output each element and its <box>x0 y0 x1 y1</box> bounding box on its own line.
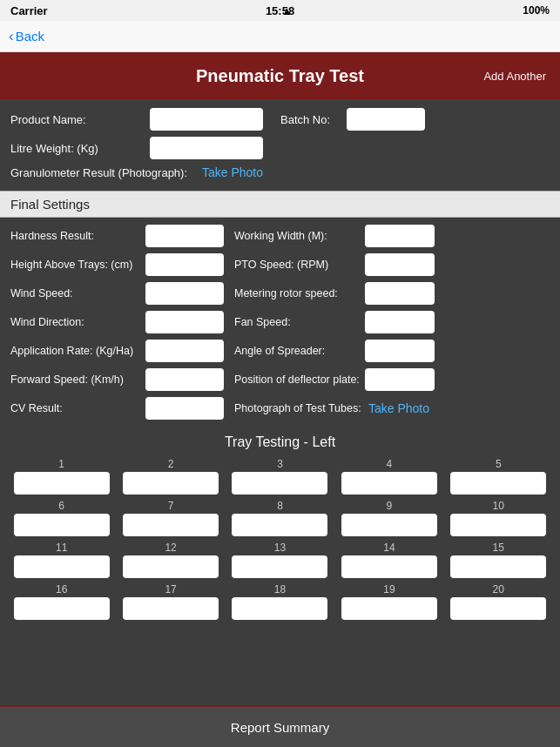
add-another-button[interactable]: Add Another <box>476 70 546 83</box>
final-settings-header: Final Settings <box>0 191 560 218</box>
tray-input-1[interactable] <box>14 472 110 495</box>
forward-speed-input[interactable] <box>145 368 224 391</box>
batch-no-label: Batch No: <box>280 113 341 126</box>
tray-input-18[interactable] <box>232 597 327 620</box>
back-button[interactable]: ‹ Back <box>9 28 44 45</box>
tray-input-19[interactable] <box>341 597 437 620</box>
wind-speed-label: Wind Speed: <box>10 287 145 299</box>
application-rate-label: Application Rate: (Kg/Ha) <box>10 345 145 357</box>
top-form: Product Name: Batch No: Litre Weight: (K… <box>0 99 560 191</box>
page-header: Pneumatic Tray Test Add Another <box>0 52 560 99</box>
tray-cell-7: 7 <box>116 497 225 539</box>
tray-input-6[interactable] <box>14 514 110 536</box>
tray-num-20: 20 <box>493 583 504 596</box>
tray-cell-2: 2 <box>116 455 225 497</box>
tray-input-11[interactable] <box>14 555 110 578</box>
angle-spreader-label: Angle of Spreader: <box>234 345 365 357</box>
tray-num-4: 4 <box>387 458 393 470</box>
metering-rotor-input[interactable] <box>365 282 435 305</box>
metering-rotor-label: Metering rotor speed: <box>234 287 365 299</box>
wind-direction-input[interactable] <box>145 311 224 333</box>
bottom-bar: Report Summary <box>0 705 560 747</box>
take-photo-granulometer-button[interactable]: Take Photo <box>202 165 263 179</box>
tray-num-10: 10 <box>493 500 504 512</box>
tray-input-4[interactable] <box>341 472 437 495</box>
battery-label: 100% <box>523 4 550 17</box>
time-label: 15:58 <box>266 4 294 17</box>
tray-num-17: 17 <box>165 583 176 596</box>
tray-grid: 1 2 3 4 5 6 7 8 <box>0 455 560 622</box>
batch-no-input[interactable] <box>347 108 425 131</box>
tray-num-15: 15 <box>493 542 504 554</box>
application-rate-input[interactable] <box>145 340 224 362</box>
tray-testing-title: Tray Testing - Left <box>0 426 560 455</box>
tray-num-3: 3 <box>277 458 283 470</box>
tray-cell-1: 1 <box>7 455 116 497</box>
tray-input-12[interactable] <box>123 555 219 578</box>
tray-input-20[interactable] <box>450 597 546 620</box>
tray-input-8[interactable] <box>232 514 327 536</box>
carrier-label: Carrier <box>10 4 48 17</box>
tray-cell-6: 6 <box>7 497 116 539</box>
tray-num-19: 19 <box>383 583 395 596</box>
tray-input-17[interactable] <box>123 597 219 620</box>
tray-input-14[interactable] <box>341 555 437 578</box>
tray-num-1: 1 <box>58 458 64 470</box>
granulometer-row: Granulometer Result (Photograph): Take P… <box>10 165 550 179</box>
tray-input-5[interactable] <box>450 472 546 495</box>
tray-cell-4: 4 <box>334 455 443 497</box>
tray-cell-12: 12 <box>116 539 225 581</box>
take-photo-tubes-button[interactable]: Take Photo <box>368 401 429 415</box>
tray-input-13[interactable] <box>232 555 327 578</box>
tray-cell-3: 3 <box>226 455 334 497</box>
product-name-input[interactable] <box>150 108 263 131</box>
tray-cell-9: 9 <box>334 497 443 539</box>
final-settings-label: Final Settings <box>10 197 90 212</box>
tray-input-10[interactable] <box>450 514 546 536</box>
settings-row-1: Hardness Result: Working Width (M): <box>10 225 550 247</box>
settings-row-2: Height Above Trays: (cm) PTO Speed: (RPM… <box>10 253 550 276</box>
height-trays-label: Height Above Trays: (cm) <box>10 259 145 271</box>
tray-cell-15: 15 <box>444 539 553 581</box>
litre-weight-input[interactable] <box>150 137 263 159</box>
tray-input-15[interactable] <box>450 555 546 578</box>
settings-row-7: CV Result: Photograph of Test Tubes: Tak… <box>10 397 550 420</box>
tray-input-2[interactable] <box>123 472 219 495</box>
wind-speed-input[interactable] <box>145 282 224 305</box>
tray-num-18: 18 <box>274 583 286 596</box>
height-trays-input[interactable] <box>145 253 224 276</box>
angle-spreader-input[interactable] <box>365 340 435 362</box>
settings-row-5: Application Rate: (Kg/Ha) Angle of Sprea… <box>10 340 550 362</box>
pto-speed-input[interactable] <box>365 253 435 276</box>
cv-result-input[interactable] <box>145 397 224 420</box>
tray-num-9: 9 <box>387 500 393 512</box>
cv-result-label: CV Result: <box>10 402 145 414</box>
nav-bar: ‹ Back <box>0 21 560 52</box>
tray-input-3[interactable] <box>232 472 327 495</box>
back-label: Back <box>16 29 44 44</box>
tray-num-12: 12 <box>165 542 176 554</box>
pto-speed-label: PTO Speed: (RPM) <box>234 259 365 271</box>
fan-speed-label: Fan Speed: <box>234 316 365 328</box>
page-title: Pneumatic Tray Test <box>84 66 476 86</box>
forward-speed-label: Forward Speed: (Km/h) <box>10 374 145 386</box>
tray-cell-8: 8 <box>226 497 334 539</box>
working-width-input[interactable] <box>365 225 435 247</box>
report-summary-button[interactable]: Report Summary <box>231 720 329 735</box>
tray-num-13: 13 <box>274 542 286 554</box>
tray-cell-17: 17 <box>116 581 225 622</box>
settings-row-4: Wind Direction: Fan Speed: <box>10 311 550 333</box>
tray-input-16[interactable] <box>14 597 110 620</box>
fan-speed-input[interactable] <box>365 311 435 333</box>
hardness-input[interactable] <box>145 225 224 247</box>
main-content: Product Name: Batch No: Litre Weight: (K… <box>0 99 560 705</box>
settings-row-6: Forward Speed: (Km/h) Position of deflec… <box>10 368 550 391</box>
tray-input-9[interactable] <box>341 514 437 536</box>
tray-input-7[interactable] <box>123 514 219 536</box>
tray-cell-20: 20 <box>444 581 553 622</box>
tray-num-5: 5 <box>496 458 502 470</box>
tray-cell-18: 18 <box>226 581 334 622</box>
hardness-label: Hardness Result: <box>10 230 145 242</box>
granulometer-label: Granulometer Result (Photograph): <box>10 166 202 179</box>
deflector-plate-input[interactable] <box>365 368 435 391</box>
